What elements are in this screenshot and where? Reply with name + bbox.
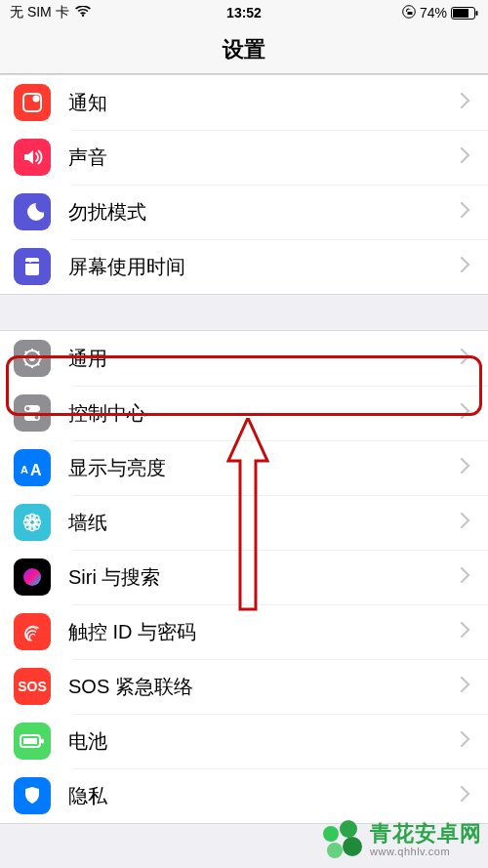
chevron-right-icon <box>461 458 470 477</box>
row-label: Siri 与搜索 <box>68 564 461 591</box>
row-label: 触控 ID 与密码 <box>68 619 461 645</box>
chevron-right-icon <box>461 403 470 423</box>
row-label: 电池 <box>68 728 461 755</box>
group-gap <box>0 295 488 330</box>
battery-percent: 74% <box>420 5 447 21</box>
row-label: 通知 <box>68 90 461 116</box>
row-label: 屏幕使用时间 <box>68 254 461 280</box>
svg-point-17 <box>26 407 30 411</box>
chevron-right-icon <box>461 202 470 222</box>
sounds-icon <box>14 139 51 176</box>
settings-screen: 无 SIM 卡 13:52 74% 设置 通知 <box>0 0 488 868</box>
row-sos[interactable]: SOS SOS 紧急联络 <box>0 659 488 714</box>
screentime-icon <box>14 248 51 285</box>
row-label: 通用 <box>68 346 461 372</box>
general-icon <box>14 340 51 377</box>
chevron-right-icon <box>461 147 470 167</box>
chevron-right-icon <box>461 677 470 696</box>
svg-rect-34 <box>41 739 44 744</box>
svg-rect-3 <box>476 11 478 16</box>
chevron-right-icon <box>461 567 470 587</box>
settings-group-1: 通知 声音 勿扰模式 屏幕使用时间 <box>0 74 488 295</box>
status-right: 74% <box>402 5 478 21</box>
chevron-right-icon <box>461 257 470 276</box>
wallpaper-icon <box>14 504 51 541</box>
notifications-icon <box>14 84 51 121</box>
svg-text:A: A <box>20 464 28 475</box>
row-siri[interactable]: Siri 与搜索 <box>0 550 488 604</box>
display-icon: AA <box>14 449 51 486</box>
svg-point-5 <box>33 96 40 103</box>
svg-point-31 <box>23 568 41 586</box>
sos-text: SOS <box>18 679 47 694</box>
row-controlcenter[interactable]: 控制中心 <box>0 386 488 440</box>
controlcenter-icon <box>14 394 51 432</box>
row-dnd[interactable]: 勿扰模式 <box>0 185 488 239</box>
carrier-text: 无 SIM 卡 <box>10 4 69 21</box>
chevron-right-icon <box>461 622 470 641</box>
nav-bar: 设置 <box>0 25 488 74</box>
row-label: SOS 紧急联络 <box>68 674 461 700</box>
row-sounds[interactable]: 声音 <box>0 130 488 185</box>
row-label: 墙纸 <box>68 510 461 536</box>
row-display[interactable]: AA 显示与亮度 <box>0 440 488 495</box>
settings-group-2: 通用 控制中心 AA 显示与亮度 墙纸 <box>0 330 488 824</box>
status-time: 13:52 <box>226 5 262 21</box>
row-notifications[interactable]: 通知 <box>0 75 488 130</box>
battery-icon <box>451 7 478 20</box>
svg-point-37 <box>343 837 362 856</box>
svg-rect-33 <box>23 738 37 744</box>
wifi-icon <box>75 5 91 21</box>
watermark-sub: www.qhhlv.com <box>370 846 482 857</box>
svg-point-38 <box>327 843 343 858</box>
chevron-right-icon <box>461 513 470 532</box>
row-wallpaper[interactable]: 墙纸 <box>0 495 488 550</box>
chevron-right-icon <box>461 349 470 368</box>
row-label: 控制中心 <box>68 400 461 427</box>
row-privacy[interactable]: 隐私 <box>0 768 488 823</box>
touchid-icon <box>14 613 51 650</box>
chevron-right-icon <box>461 786 470 806</box>
siri-icon <box>14 558 51 596</box>
chevron-right-icon <box>461 731 470 751</box>
sos-icon: SOS <box>14 668 51 705</box>
rotation-lock-icon <box>402 5 416 21</box>
svg-point-35 <box>323 826 339 842</box>
row-label: 显示与亮度 <box>68 455 461 481</box>
battery-row-icon <box>14 723 51 760</box>
row-screentime[interactable]: 屏幕使用时间 <box>0 239 488 294</box>
chevron-right-icon <box>461 93 470 112</box>
watermark-main: 青花安卓网 <box>370 822 482 846</box>
svg-rect-2 <box>453 9 468 18</box>
svg-point-19 <box>35 416 39 420</box>
status-left: 无 SIM 卡 <box>10 4 91 21</box>
status-bar: 无 SIM 卡 13:52 74% <box>0 0 488 25</box>
svg-point-7 <box>29 355 35 361</box>
row-general[interactable]: 通用 <box>0 331 488 386</box>
svg-text:A: A <box>30 462 42 477</box>
dnd-icon <box>14 193 51 230</box>
row-label: 声音 <box>68 145 461 171</box>
row-label: 隐私 <box>68 783 461 809</box>
row-label: 勿扰模式 <box>68 199 461 226</box>
page-title: 设置 <box>223 35 265 64</box>
row-battery[interactable]: 电池 <box>0 714 488 768</box>
row-touchid[interactable]: 触控 ID 与密码 <box>0 604 488 659</box>
privacy-icon <box>14 777 51 814</box>
